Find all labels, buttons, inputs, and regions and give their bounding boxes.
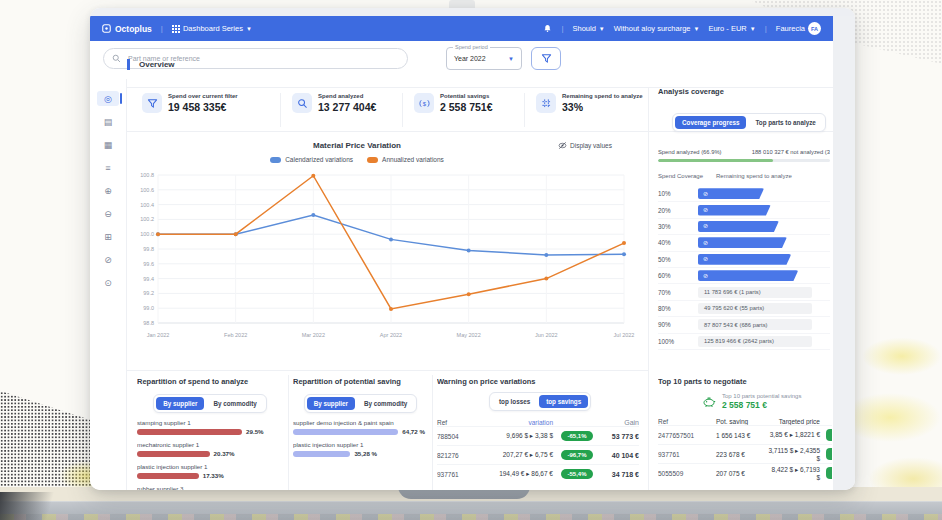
coverage-row: 40% ⊘ (658, 235, 830, 251)
tab-top-parts-to-analyze[interactable]: Top parts to analyze (748, 116, 822, 129)
locked-coverage-bar[interactable]: ⊘ (698, 237, 787, 248)
sidebar-item-chat[interactable]: ⊙ (97, 275, 119, 290)
tab-by-supplier[interactable]: By supplier (307, 397, 355, 410)
kpi-value: 13 277 404€ (318, 101, 376, 113)
legend-annualized[interactable]: Annualized variations (367, 156, 444, 163)
tab-coverage-progress[interactable]: Coverage progress (675, 116, 746, 129)
negotiate-card: Top 10 parts to negotiate Top 10 parts p… (658, 371, 832, 490)
supplier-bar (137, 451, 210, 457)
warning-row[interactable]: 937761 194,49 € ▸ 86,67 € -55,4% 34 718 … (437, 464, 639, 483)
locked-coverage-bar[interactable]: ⊘ (698, 188, 764, 199)
spend-repartition-bars: stamping supplier 1 29.5% mechatronic su… (137, 419, 283, 490)
negotiate-ref: 5055509 (658, 470, 716, 477)
filters-button[interactable] (531, 47, 561, 70)
tab-by-commodity[interactable]: By commodity (206, 397, 263, 410)
svg-text:99.8: 99.8 (143, 246, 154, 252)
divider (288, 375, 289, 490)
locked-coverage-bar[interactable]: ⊘ (698, 221, 779, 232)
dashboard-series-menu[interactable]: Dashboard Series ▼ (172, 24, 252, 33)
kpi-label: Spend analyzed (318, 93, 376, 99)
repartition-item: plastic injection supplier 1 35,28 % (293, 441, 428, 457)
coverage-row: 30% ⊘ (658, 219, 830, 235)
coverage-row: 90% 87 807 543 € (686 parts) (658, 317, 830, 333)
legend-label: Calendarized variations (285, 156, 353, 163)
warning-row[interactable]: 788504 9,696 $ ▸ 3,38 $ -65,1% 53 773 € (437, 426, 639, 445)
sidebar-item-upload[interactable]: ⊕ (97, 183, 119, 198)
tab-by-supplier[interactable]: By supplier (156, 397, 204, 410)
left-sidebar: ◎▤▦≡⊕⊖⊞⊘⊙ (90, 79, 127, 490)
svg-text:99.2: 99.2 (143, 290, 154, 296)
currency-label: Euro - EUR (708, 24, 746, 33)
tab-by-commodity[interactable]: By commodity (357, 397, 414, 410)
locked-coverage-bar[interactable]: ⊘ (698, 270, 798, 281)
svg-text:May 2022: May 2022 (457, 332, 481, 338)
negotiate-target-price: 3,7115 $ ▸ 2,4355 $ (768, 447, 832, 462)
material-price-variation-chart: 98.899.099.299.499.699.8100.0100.2100.41… (130, 169, 630, 349)
repartition-item: plastic injection supplier 1 17.33% (137, 463, 283, 479)
eye-off-icon (558, 141, 567, 150)
sidebar-item-search-analysis[interactable]: ⊘ (97, 252, 119, 267)
negotiate-saving: 1 656 143 € (716, 432, 768, 439)
divider (432, 375, 433, 490)
sidebar-item-lists[interactable]: ≡ (97, 160, 119, 175)
kpi-spend-analyzed: Spend analyzed 13 277 404€ (292, 93, 376, 113)
legend-label: Annualized variations (382, 156, 444, 163)
coverage-pct: 60% (658, 272, 698, 279)
svg-text:100.8: 100.8 (140, 172, 154, 178)
negotiate-badge-clipped (826, 467, 832, 479)
supplier-bar (293, 429, 398, 435)
supplier-label: supplier demo injection & paint spain (293, 419, 428, 426)
grid-icon (172, 25, 180, 33)
sidebar-item-documents[interactable]: ▤ (97, 114, 119, 129)
sidebar-item-analytics[interactable]: ▦ (97, 137, 119, 152)
locked-coverage-bar[interactable]: ⊘ (698, 205, 771, 216)
chart-legend: Calendarized variations Annualized varia… (127, 156, 587, 163)
avatar[interactable]: FA (808, 22, 821, 35)
lock-icon: ⊘ (703, 207, 708, 213)
brand-name: Octoplus (115, 24, 152, 34)
svg-text:Mar 2022: Mar 2022 (302, 332, 325, 338)
col-pot-saving: Pot. saving (716, 418, 768, 425)
chart-title: Material Price Variation (127, 141, 587, 150)
variation-badge: -65,1% (561, 431, 592, 441)
supplier-pct: 20.37% (214, 450, 235, 457)
coverage-row: 20% ⊘ (658, 202, 830, 218)
saving-repartition-title: Repartition of potential saving (293, 377, 428, 386)
warning-row[interactable]: 821276 207,27 € ▸ 6,75 € -96,7% 40 104 € (437, 445, 639, 464)
supplier-pct: 64,72 % (402, 428, 425, 435)
svg-text:100.0: 100.0 (140, 231, 154, 237)
tab-top-savings[interactable]: top savings (539, 395, 588, 408)
kpi-label: Spend over current filter (168, 93, 238, 99)
coverage-tabs: Coverage progress Top parts to analyze (672, 113, 826, 132)
svg-text:99.4: 99.4 (143, 276, 154, 282)
sidebar-item-network[interactable]: ⊞ (97, 229, 119, 244)
sidebar-item-overview[interactable]: ◎ (97, 91, 119, 106)
price-warnings-tabs: top losses top savings (489, 392, 591, 411)
negotiate-row[interactable]: 5055509 207 075 € 8,422 $ ▸ 6,7193 $ (658, 463, 832, 482)
col-ref: Ref (437, 419, 475, 426)
notifications-button[interactable] (543, 24, 552, 33)
sidebar-item-download[interactable]: ⊖ (97, 206, 119, 221)
saving-repartition-card: Repartition of potential saving By suppl… (293, 371, 428, 490)
coverage-table-header: Spend Coverage Remaining spend to analyz… (658, 173, 830, 179)
display-values-toggle[interactable]: Display values (558, 141, 612, 150)
divider (524, 93, 525, 127)
currency-dropdown[interactable]: Euro - EUR ▼ (708, 24, 755, 33)
negotiate-row[interactable]: 937761 223 678 € 3,7115 $ ▸ 2,4355 $ (658, 444, 832, 463)
negotiate-row[interactable]: 2477657501 1 656 143 € 3,85 € ▸ 1,8221 € (658, 425, 832, 444)
svg-text:99.0: 99.0 (143, 305, 154, 311)
surcharge-dropdown[interactable]: Without aloy surcharge ▼ (614, 24, 700, 33)
legend-calendarized[interactable]: Calendarized variations (270, 156, 353, 163)
col-variation[interactable]: variation (475, 419, 553, 426)
octoplus-logo-icon (102, 24, 111, 33)
coverage-pct: 20% (658, 207, 698, 214)
account-menu[interactable]: Faurecia FA (776, 22, 821, 35)
coverage-value-bar: 87 807 543 € (686 parts) (698, 319, 812, 330)
locked-coverage-bar[interactable]: ⊘ (698, 254, 791, 265)
should-mode-dropdown[interactable]: Should ▼ (572, 24, 604, 33)
hash-kpi-icon (536, 93, 556, 113)
tab-top-losses[interactable]: top losses (492, 395, 537, 408)
page-title: Overview (127, 59, 175, 70)
spend-period-select[interactable]: Spend period Year 2022 ▼ (446, 47, 522, 70)
octoplus-brand[interactable]: Octoplus (102, 24, 152, 34)
